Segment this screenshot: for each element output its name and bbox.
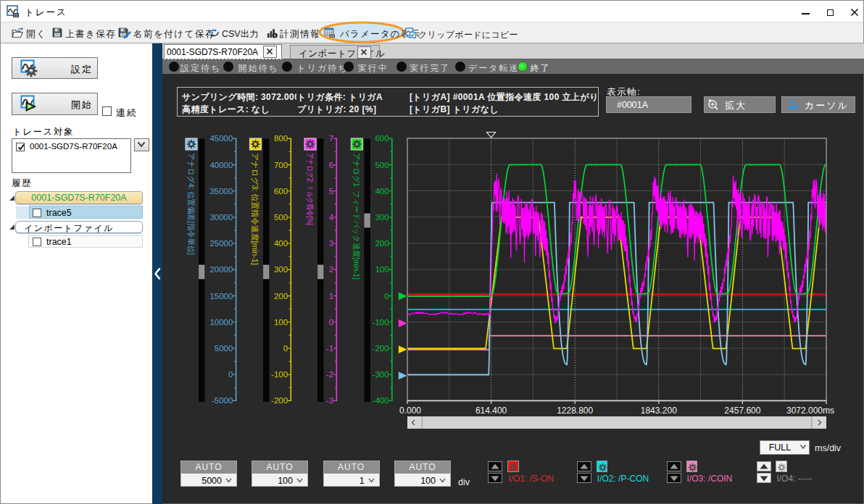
svg-text:アナログ2: トルク指令[%]: アナログ2: トルク指令[%] bbox=[306, 153, 315, 225]
svg-text:-5000: -5000 bbox=[212, 396, 233, 405]
svg-text:800: 800 bbox=[274, 134, 288, 143]
svg-text:2: 2 bbox=[329, 265, 333, 274]
svg-text:10000: 10000 bbox=[209, 318, 233, 327]
svg-text:アナログ4: 位置偏差[指令単位]: アナログ4: 位置偏差[指令単位] bbox=[187, 153, 196, 255]
svg-text:500: 500 bbox=[375, 161, 389, 169]
svg-text:-1: -1 bbox=[326, 344, 333, 353]
svg-text:0: 0 bbox=[283, 344, 288, 353]
svg-text:20000: 20000 bbox=[209, 265, 233, 274]
svg-text:-100: -100 bbox=[373, 318, 389, 327]
svg-text:-100: -100 bbox=[271, 370, 288, 379]
svg-text:4: 4 bbox=[329, 213, 334, 222]
svg-text:6: 6 bbox=[329, 161, 333, 169]
svg-text:45000: 45000 bbox=[209, 134, 233, 143]
svg-text:5: 5 bbox=[329, 187, 333, 196]
svg-text:7: 7 bbox=[329, 134, 333, 143]
svg-text:i: i bbox=[274, 33, 275, 38]
svg-text:-2: -2 bbox=[326, 370, 333, 379]
svg-text:3: 3 bbox=[329, 239, 333, 248]
svg-text:300: 300 bbox=[274, 265, 288, 274]
svg-text:-3: -3 bbox=[326, 396, 333, 405]
svg-text:-200: -200 bbox=[271, 396, 288, 405]
svg-text:600: 600 bbox=[274, 187, 288, 196]
svg-text:200: 200 bbox=[375, 239, 389, 248]
svg-text:0: 0 bbox=[329, 318, 333, 327]
svg-text:600: 600 bbox=[375, 134, 389, 143]
svg-text:5000: 5000 bbox=[215, 344, 233, 353]
svg-text:400: 400 bbox=[375, 187, 389, 196]
svg-text:1: 1 bbox=[329, 292, 333, 301]
svg-text:25000: 25000 bbox=[209, 239, 233, 248]
svg-text:35000: 35000 bbox=[209, 187, 233, 196]
svg-text:300: 300 bbox=[375, 213, 389, 222]
svg-text:30000: 30000 bbox=[209, 213, 233, 222]
svg-text:0: 0 bbox=[384, 292, 389, 301]
svg-text:200: 200 bbox=[274, 292, 288, 301]
svg-text:アナログ3: 位置指令速度[min-1]: アナログ3: 位置指令速度[min-1] bbox=[251, 153, 259, 265]
svg-text:40000: 40000 bbox=[209, 161, 233, 169]
svg-text:400: 400 bbox=[274, 239, 288, 248]
svg-text:100: 100 bbox=[375, 265, 389, 274]
svg-text:500: 500 bbox=[274, 213, 288, 222]
svg-text:100: 100 bbox=[274, 318, 288, 327]
svg-text:15000: 15000 bbox=[209, 292, 233, 301]
svg-text:-400: -400 bbox=[373, 396, 389, 405]
svg-text:-300: -300 bbox=[373, 370, 389, 379]
svg-text:700: 700 bbox=[274, 161, 288, 169]
svg-text:0: 0 bbox=[228, 370, 233, 379]
svg-text:アナログ1: フィードバック速度[min-1]: アナログ1: フィードバック速度[min-1] bbox=[352, 153, 361, 280]
svg-text:-200: -200 bbox=[373, 344, 389, 353]
